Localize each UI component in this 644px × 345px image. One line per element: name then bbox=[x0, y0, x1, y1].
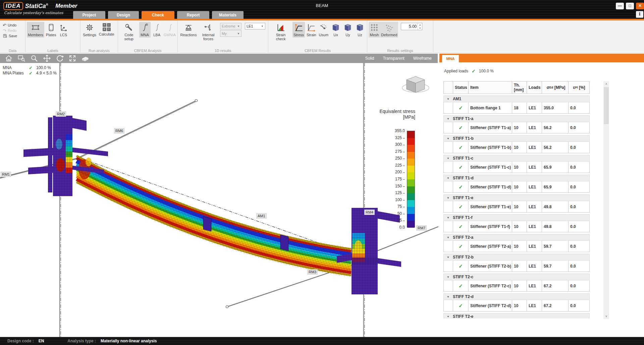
table-row[interactable]: ✓Stiffener (STIFF T1-c)10LE165.90.0 bbox=[443, 162, 590, 173]
collapse-icon[interactable]: ▼ bbox=[447, 216, 449, 219]
member-label-rm3[interactable]: RM3 bbox=[307, 269, 318, 275]
pan-icon[interactable] bbox=[43, 54, 51, 62]
group-row[interactable]: ▼STIFF T1-e bbox=[443, 194, 590, 201]
zoom-icon[interactable] bbox=[30, 54, 38, 62]
maximize-button[interactable]: □ bbox=[626, 3, 634, 9]
group-row[interactable]: ▼STIFF T2-a bbox=[443, 234, 590, 241]
stress-button[interactable]: Stress bbox=[292, 22, 305, 38]
table-row[interactable]: ✓Stiffener (STIFF T1-e)10LE149.80.0 bbox=[443, 201, 590, 213]
loadcase-dropdown[interactable]: LE1▼ bbox=[245, 23, 265, 30]
zoom-window-icon[interactable] bbox=[17, 54, 25, 62]
table-row[interactable]: ✓Stiffener (STIFF T2-c)10LE167.20.0 bbox=[443, 280, 590, 292]
usum-button[interactable]: Usum bbox=[318, 22, 330, 38]
tab-design[interactable]: Design bbox=[108, 11, 139, 19]
scroll-up-icon[interactable]: ∧ bbox=[603, 81, 609, 87]
code-setup-button[interactable]: Code setup bbox=[119, 22, 139, 42]
lcs-button[interactable]: LCS bbox=[58, 22, 69, 38]
strain-check-button[interactable]: Strain check bbox=[270, 22, 292, 42]
tab-project[interactable]: Project bbox=[73, 11, 105, 19]
analysis-status-overlay: MNA✓100.0 % MNA Plates✓4.9 < 5.0 % bbox=[3, 65, 57, 76]
tab-report[interactable]: Report bbox=[177, 11, 209, 19]
group-row[interactable]: ▼STIFF T2-e bbox=[443, 313, 590, 319]
collapse-icon[interactable]: ▼ bbox=[447, 98, 449, 101]
collapse-icon[interactable]: ▼ bbox=[447, 256, 449, 259]
internal-forces-button[interactable]: Internal forces bbox=[199, 22, 218, 42]
my-dropdown[interactable]: My▼ bbox=[220, 30, 241, 37]
scroll-thumb[interactable] bbox=[604, 87, 609, 124]
col-status: Status bbox=[453, 81, 469, 94]
info-button[interactable]: i bbox=[636, 11, 643, 18]
undo-button[interactable]: ↶Undo bbox=[3, 23, 17, 27]
members-button[interactable]: Members bbox=[27, 22, 44, 38]
settings-button[interactable]: Settings bbox=[82, 22, 97, 38]
member-label-rm6[interactable]: RM6 bbox=[114, 128, 124, 133]
mode-wireframe[interactable]: Wireframe bbox=[413, 56, 432, 61]
group-row[interactable]: ▼STIFF T2-b bbox=[443, 254, 590, 261]
table-group: ▼AM1✓Bottom flange 118LE1355.00.0 bbox=[443, 96, 590, 114]
collapse-icon[interactable]: ▼ bbox=[447, 177, 449, 180]
gmnia-button[interactable]: GMNIA bbox=[163, 22, 176, 38]
group-row[interactable]: ▼STIFF T1-f bbox=[443, 214, 590, 221]
tab-mna-results[interactable]: MNA bbox=[442, 55, 459, 62]
table-row[interactable]: ✓Stiffener (STIFF T1-d)10LE165.90.0 bbox=[443, 181, 590, 193]
save-button[interactable]: Save bbox=[3, 34, 17, 38]
table-row[interactable]: ✓Stiffener (STIFF T1-f)10LE149.80.0 bbox=[443, 221, 590, 232]
member-label-rm1[interactable]: RM1 bbox=[1, 172, 11, 177]
table-row[interactable]: ✓Stiffener (STIFF T1-b)10LE156.20.0 bbox=[443, 142, 590, 153]
panel-scrollbar[interactable]: ∧ ∨ bbox=[603, 81, 609, 319]
ux-button[interactable]: Ux bbox=[330, 22, 341, 38]
home-view-icon[interactable] bbox=[5, 54, 13, 62]
group-row[interactable]: ▼STIFF T1-b bbox=[443, 135, 590, 142]
collapse-icon[interactable]: ▼ bbox=[447, 117, 449, 120]
table-row[interactable]: ✓Stiffener (STIFF T2-d)10LE167.20.0 bbox=[443, 300, 590, 311]
minimize-button[interactable]: — bbox=[616, 3, 624, 9]
redo-button[interactable]: ↷Redo bbox=[3, 28, 17, 33]
mna-button[interactable]: MNA bbox=[139, 22, 151, 38]
close-button[interactable]: ✕ bbox=[636, 3, 644, 9]
scroll-down-icon[interactable]: ∨ bbox=[603, 313, 609, 319]
deformed-scale-stepper[interactable]: 5.00 ▲▼ bbox=[401, 23, 422, 30]
zoom-fit-icon[interactable] bbox=[68, 54, 76, 62]
extreme-dropdown[interactable]: Extreme▼ bbox=[220, 23, 241, 30]
group-row[interactable]: ▼AM1 bbox=[443, 96, 590, 102]
cell-gutter bbox=[444, 300, 453, 311]
collapse-icon[interactable]: ▼ bbox=[447, 137, 449, 140]
uz-button[interactable]: Uz bbox=[354, 22, 366, 38]
member-label-rm7[interactable]: RM7 bbox=[416, 225, 427, 231]
table-row[interactable]: ✓Bottom flange 118LE1355.00.0 bbox=[443, 102, 590, 114]
tab-materials[interactable]: Materials bbox=[212, 11, 244, 19]
clipping-box-icon[interactable] bbox=[81, 54, 89, 62]
view-cube[interactable] bbox=[402, 76, 429, 93]
collapse-icon[interactable]: ▼ bbox=[447, 236, 449, 239]
rotate-icon[interactable] bbox=[56, 54, 64, 62]
group-row[interactable]: ▼STIFF T1-c bbox=[443, 155, 590, 162]
collapse-icon[interactable]: ▼ bbox=[447, 295, 449, 298]
cell-gutter bbox=[444, 280, 453, 291]
stepper-up-icon[interactable]: ▲ bbox=[418, 23, 422, 26]
table-row[interactable]: ✓Stiffener (STIFF T2-a)10LE159.70.0 bbox=[443, 241, 590, 252]
group-row[interactable]: ▼STIFF T1-a bbox=[443, 115, 590, 122]
member-label-rm2[interactable]: RM2 bbox=[56, 111, 66, 117]
tab-check[interactable]: Check bbox=[142, 11, 174, 19]
calculate-button[interactable]: +− ×÷ Calculate bbox=[98, 22, 115, 37]
strain-button[interactable]: Strain bbox=[306, 22, 317, 38]
member-label-am1[interactable]: AM1 bbox=[256, 213, 267, 219]
stepper-down-icon[interactable]: ▼ bbox=[418, 26, 422, 30]
mesh-button[interactable]: Mesh bbox=[369, 22, 380, 38]
collapse-icon[interactable]: ▼ bbox=[447, 315, 449, 318]
uy-button[interactable]: Uy bbox=[342, 22, 354, 38]
plates-button[interactable]: Plates bbox=[45, 22, 57, 38]
mode-transparent[interactable]: Transparent bbox=[383, 56, 404, 61]
lba-button[interactable]: LBA bbox=[151, 22, 163, 38]
group-row[interactable]: ▼STIFF T2-d bbox=[443, 293, 590, 300]
deformed-button[interactable]: Deformed bbox=[380, 22, 398, 38]
mode-solid[interactable]: Solid bbox=[365, 56, 374, 61]
table-row[interactable]: ✓Stiffener (STIFF T2-b)10LE159.70.0 bbox=[443, 261, 590, 272]
collapse-icon[interactable]: ▼ bbox=[447, 276, 449, 279]
reactions-button[interactable]: Reactions bbox=[179, 22, 198, 38]
table-row[interactable]: ✓Stiffener (STIFF T1-a)10LE156.20.0 bbox=[443, 122, 590, 133]
collapse-icon[interactable]: ▼ bbox=[447, 157, 449, 160]
collapse-icon[interactable]: ▼ bbox=[447, 196, 449, 199]
group-row[interactable]: ▼STIFF T2-c bbox=[443, 274, 590, 280]
group-row[interactable]: ▼STIFF T1-d bbox=[443, 175, 590, 181]
